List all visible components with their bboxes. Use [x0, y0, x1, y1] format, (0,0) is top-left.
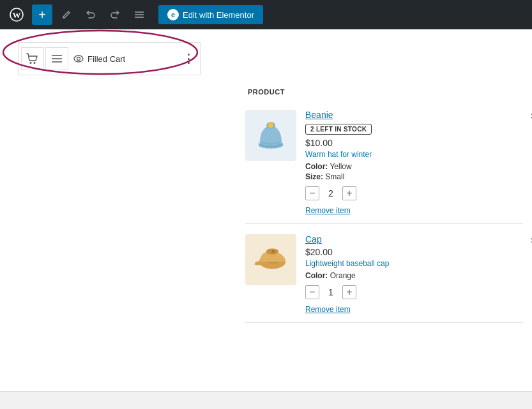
beanie-price: $10.00	[305, 138, 523, 148]
list-icon-button[interactable]	[45, 47, 68, 70]
cap-price: $20.00	[305, 247, 523, 257]
product-panel: PRODUCT Beanie 2 LEFT IN STOCK $10.00 Wa…	[207, 88, 523, 323]
cap-color-value: Orange	[330, 271, 356, 280]
color-value: Yellow	[330, 162, 351, 171]
beanie-size: Size: Small	[305, 172, 523, 181]
beanie-remove-link[interactable]: Remove item	[305, 206, 351, 215]
beanie-name-link[interactable]: Beanie	[305, 110, 523, 120]
svg-point-11	[74, 56, 83, 62]
widget-more-button[interactable]: ⋮	[179, 50, 197, 68]
color-label: Color:	[305, 162, 328, 171]
cap-qty-decrease[interactable]: −	[305, 285, 319, 299]
bottom-bar	[0, 391, 532, 409]
cart-icon-button[interactable]	[21, 47, 44, 70]
elementor-icon: e	[167, 9, 179, 20]
main-content: PRODUCT Beanie 2 LEFT IN STOCK $10.00 Wa…	[0, 88, 532, 323]
eye-icon	[73, 54, 84, 63]
svg-point-18	[272, 250, 275, 253]
size-value: Small	[325, 172, 344, 181]
cap-qty-increase[interactable]: +	[342, 285, 356, 299]
cap-qty-value: 1	[326, 287, 336, 297]
beanie-details: Beanie 2 LEFT IN STOCK $10.00 Warm hat f…	[305, 110, 523, 216]
beanie-color: Color: Yellow	[305, 162, 523, 171]
cap-name-link[interactable]: Cap	[305, 234, 523, 244]
widget-bar: Filled Cart ⋮	[18, 42, 201, 75]
beanie-quantity-control: − 2 +	[305, 186, 523, 200]
svg-point-15	[268, 123, 274, 128]
svg-point-6	[30, 62, 32, 64]
beanie-qty-increase[interactable]: +	[342, 186, 356, 200]
size-label: Size:	[305, 172, 323, 181]
beanie-qty-value: 2	[326, 188, 336, 198]
cap-quantity-control: − 1 +	[305, 285, 523, 299]
cap-image	[245, 234, 296, 285]
product-section-header: PRODUCT	[245, 88, 523, 96]
beanie-desc: Warm hat for winter	[305, 150, 523, 159]
pencil-icon[interactable]	[56, 4, 77, 25]
widget-name-label: Filled Cart	[87, 54, 125, 64]
left-panel	[9, 88, 207, 323]
edit-elementor-button[interactable]: e Edit with Elementor	[158, 5, 263, 24]
cap-color: Color: Orange	[305, 271, 523, 280]
stock-badge: 2 LEFT IN STOCK	[305, 124, 372, 135]
cap-desc: Lightweight baseball cap	[305, 259, 523, 268]
svg-point-7	[34, 62, 36, 64]
cap-details: Cap $20.00 Lightweight baseball cap Colo…	[305, 234, 523, 315]
undo-button[interactable]	[80, 4, 101, 25]
beanie-image	[245, 110, 296, 161]
wp-logo-icon[interactable]: W	[5, 3, 28, 26]
menu-button[interactable]	[129, 4, 149, 25]
top-toolbar: W + e Edit with Elementor	[0, 0, 532, 29]
widget-label-area: Filled Cart	[68, 54, 179, 64]
redo-button[interactable]	[105, 4, 125, 25]
cap-remove-link[interactable]: Remove item	[305, 305, 351, 314]
svg-point-12	[77, 57, 80, 61]
product-item-beanie: Beanie 2 LEFT IN STOCK $10.00 Warm hat f…	[245, 102, 523, 224]
edit-elementor-label: Edit with Elementor	[183, 10, 254, 20]
svg-text:W: W	[13, 10, 21, 20]
beanie-qty-decrease[interactable]: −	[305, 186, 319, 200]
product-item-cap: Cap $20.00 Lightweight baseball cap Colo…	[245, 227, 523, 323]
cap-color-label: Color:	[305, 271, 328, 280]
add-block-button[interactable]: +	[32, 4, 52, 25]
